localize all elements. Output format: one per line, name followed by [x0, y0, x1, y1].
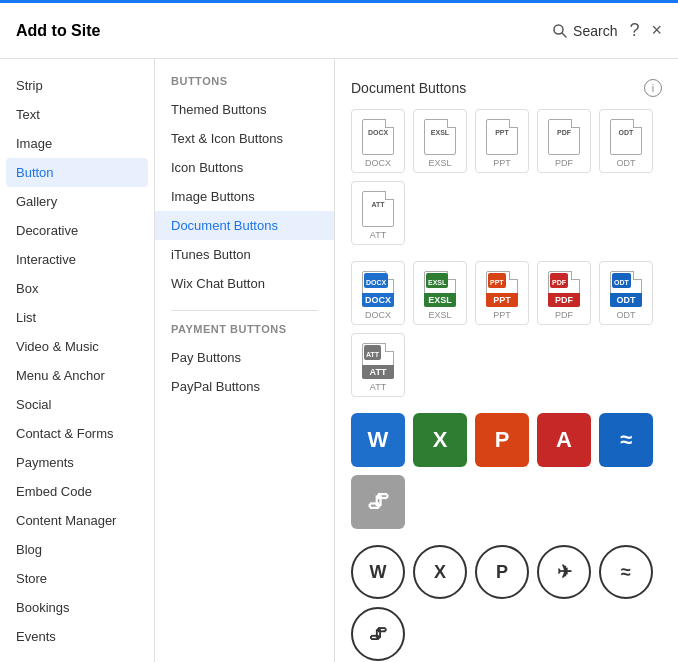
mid-nav-item-icon-buttons[interactable]: Icon Buttons	[155, 153, 334, 182]
doc-btn-big-4[interactable]: ≈	[599, 413, 653, 467]
search-label: Search	[573, 23, 617, 39]
doc-btn-circle-2[interactable]: P	[475, 545, 529, 599]
doc-btn-outline-pdf[interactable]: PDF PDF	[537, 109, 591, 173]
close-icon: ×	[651, 20, 662, 41]
doc-outline-label: PDF	[555, 158, 573, 168]
sidebar-item-embed-code[interactable]: Embed Code	[0, 477, 154, 506]
sidebar-item-text[interactable]: Text	[0, 100, 154, 129]
help-button[interactable]: ?	[629, 20, 639, 41]
file-icon-colored: PDF PDF	[548, 271, 580, 307]
mid-nav-item-pay-buttons[interactable]: Pay Buttons	[155, 343, 334, 372]
doc-btn-big-0[interactable]: W	[351, 413, 405, 467]
sidebar-item-content-manager[interactable]: Content Manager	[0, 506, 154, 535]
sidebar-item-blog[interactable]: Blog	[0, 535, 154, 564]
sidebar-item-video-music[interactable]: Video & Music	[0, 332, 154, 361]
mid-nav-item-text-icon-buttons[interactable]: Text & Icon Buttons	[155, 124, 334, 153]
doc-icon-area: PDF	[548, 116, 580, 158]
doc-buttons-header: Document Buttons i	[351, 79, 662, 97]
sidebar-item-decorative[interactable]: Decorative	[0, 216, 154, 245]
doc-btn-colored-att[interactable]: ATT ATT ATT	[351, 333, 405, 397]
sidebar-item-social[interactable]: Social	[0, 390, 154, 419]
sidebar-item-box[interactable]: Box	[0, 274, 154, 303]
doc-icon-area: ATT	[362, 188, 394, 230]
main-content: Document Buttons i DOCX DOCX EXSL EXSL	[335, 59, 678, 662]
payment-section-title: PAYMENT BUTTONS	[155, 323, 334, 343]
doc-icon-area: ODT	[610, 116, 642, 158]
doc-btn-circle-4[interactable]: ≈	[599, 545, 653, 599]
doc-colored-label: PPT	[493, 310, 511, 320]
doc-btn-colored-odt[interactable]: ODT ODT ODT	[599, 261, 653, 325]
layout: StripTextImageButtonGalleryDecorativeInt…	[0, 59, 678, 662]
doc-btn-big-2[interactable]: P	[475, 413, 529, 467]
doc-colored-label: PDF	[555, 310, 573, 320]
file-icon: ODT	[610, 119, 642, 155]
search-button[interactable]: Search	[552, 23, 617, 39]
doc-outline-label: ATT	[370, 230, 386, 240]
help-icon: ?	[629, 20, 639, 41]
file-fold	[509, 119, 518, 128]
file-icon-colored: ATT ATT	[362, 343, 394, 379]
sidebar-item-menu-anchor[interactable]: Menu & Anchor	[0, 361, 154, 390]
doc-icon-area: ATT ATT	[362, 340, 394, 382]
doc-btn-circle-5[interactable]: 🖇	[351, 607, 405, 661]
sidebar-item-payments[interactable]: Payments	[0, 448, 154, 477]
sidebar-item-list[interactable]: List	[0, 303, 154, 332]
file-text: DOCX	[366, 129, 390, 136]
doc-buttons-info-icon[interactable]: i	[644, 79, 662, 97]
doc-btn-colored-docx[interactable]: DOCX DOCX DOCX	[351, 261, 405, 325]
doc-btn-big-3[interactable]: A	[537, 413, 591, 467]
mid-divider	[171, 310, 318, 311]
mid-nav-item-themed-buttons[interactable]: Themed Buttons	[155, 95, 334, 124]
doc-btn-colored-ppt[interactable]: PPT PPT PPT	[475, 261, 529, 325]
file-icon: ATT	[362, 191, 394, 227]
doc-btn-outline-ppt[interactable]: PPT PPT	[475, 109, 529, 173]
sidebar-item-image[interactable]: Image	[0, 129, 154, 158]
mid-buttons-items: Themed ButtonsText & Icon ButtonsIcon Bu…	[155, 95, 334, 298]
sidebar-item-strip[interactable]: Strip	[0, 71, 154, 100]
sidebar-item-bookings[interactable]: Bookings	[0, 593, 154, 622]
doc-btn-colored-pdf[interactable]: PDF PDF PDF	[537, 261, 591, 325]
file-fold	[571, 119, 580, 128]
doc-outline-label: DOCX	[365, 158, 391, 168]
sidebar-item-events[interactable]: Events	[0, 622, 154, 651]
sidebar-item-store[interactable]: Store	[0, 564, 154, 593]
doc-btn-circle-1[interactable]: X	[413, 545, 467, 599]
file-icon: PDF	[548, 119, 580, 155]
doc-btn-outline-odt[interactable]: ODT ODT	[599, 109, 653, 173]
close-button[interactable]: ×	[651, 20, 662, 41]
mid-nav-item-image-buttons[interactable]: Image Buttons	[155, 182, 334, 211]
mid-nav-item-paypal-buttons[interactable]: PayPal Buttons	[155, 372, 334, 401]
doc-btn-outline-att[interactable]: ATT ATT	[351, 181, 405, 245]
file-icon-colored: EXSL EXSL	[424, 271, 456, 307]
file-fold	[633, 119, 642, 128]
doc-row2: DOCX DOCX DOCX EXSL EXSL EXSL	[351, 261, 662, 397]
sidebar-item-contact-forms[interactable]: Contact & Forms	[0, 419, 154, 448]
doc-buttons-title: Document Buttons	[351, 80, 466, 96]
doc-icon-area: PDF PDF	[548, 268, 580, 310]
doc-btn-big-5[interactable]: 🖇	[351, 475, 405, 529]
svg-line-1	[562, 33, 566, 37]
mid-nav-item-document-buttons[interactable]: Document Buttons	[155, 211, 334, 240]
file-icon: EXSL	[424, 119, 456, 155]
doc-btn-colored-exsl[interactable]: EXSL EXSL EXSL	[413, 261, 467, 325]
sidebar-item-gallery[interactable]: Gallery	[0, 187, 154, 216]
doc-colored-label: ATT	[370, 382, 386, 392]
doc-btn-outline-docx[interactable]: DOCX DOCX	[351, 109, 405, 173]
page-title: Add to Site	[16, 22, 100, 40]
doc-btn-big-1[interactable]: X	[413, 413, 467, 467]
sidebar-item-interactive[interactable]: Interactive	[0, 245, 154, 274]
sidebar-item-button[interactable]: Button	[6, 158, 148, 187]
doc-btn-circle-3[interactable]: ✈	[537, 545, 591, 599]
mid-nav-item-itunes-button[interactable]: iTunes Button	[155, 240, 334, 269]
doc-row1: DOCX DOCX EXSL EXSL PPT PPT P	[351, 109, 662, 245]
file-text: PDF	[552, 129, 576, 136]
mid-nav-item-wix-chat-button[interactable]: Wix Chat Button	[155, 269, 334, 298]
doc-colored-label: DOCX	[365, 310, 391, 320]
top-bar: Add to Site Search ? ×	[0, 3, 678, 59]
top-bar-right: Search ? ×	[552, 20, 662, 41]
file-icon: DOCX	[362, 119, 394, 155]
doc-btn-circle-0[interactable]: W	[351, 545, 405, 599]
doc-btn-outline-exsl[interactable]: EXSL EXSL	[413, 109, 467, 173]
buttons-section-title: BUTTONS	[155, 75, 334, 95]
file-fold	[385, 191, 394, 200]
